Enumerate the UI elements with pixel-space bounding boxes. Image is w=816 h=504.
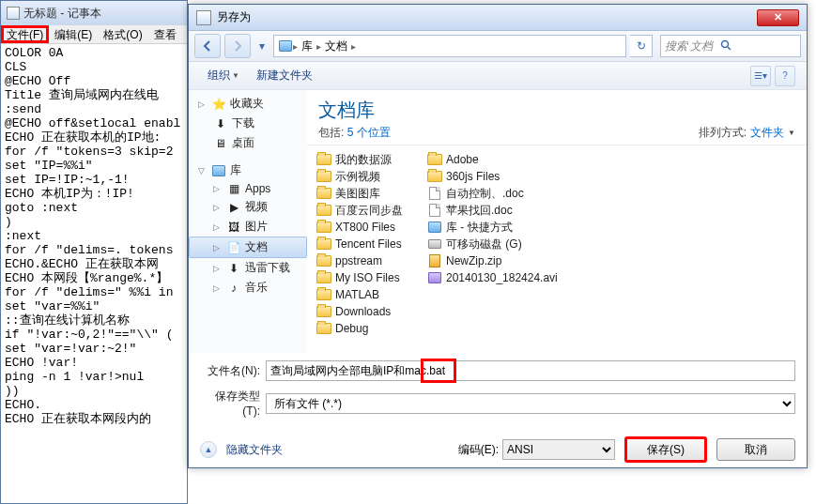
file-item[interactable]: Downloads [315, 303, 425, 320]
file-item[interactable]: 我的数据源 [315, 151, 425, 168]
tree-xunlei[interactable]: ▷⬇迅雷下载 [189, 258, 307, 278]
history-dropdown[interactable]: ▾ [254, 34, 269, 58]
file-icon [427, 153, 442, 166]
help-button[interactable]: ? [775, 66, 795, 86]
tree-music[interactable]: ▷♪音乐 [189, 278, 307, 298]
tree-pictures[interactable]: ▷🖼图片 [189, 217, 307, 237]
chevron-down-icon: ▼ [788, 129, 795, 137]
chevron-right-icon: ▸ [351, 41, 356, 52]
file-item[interactable]: Adobe [425, 151, 536, 168]
file-icon [427, 187, 442, 200]
menu-view[interactable]: 查看 [148, 25, 182, 43]
filetype-select[interactable]: 所有文件 (*.*) [266, 393, 795, 414]
file-item[interactable]: XT800 Files [315, 219, 425, 236]
folder-icon [316, 170, 331, 183]
filetype-label: 保存类型(T): [200, 389, 266, 418]
file-item[interactable]: Debug [315, 320, 425, 337]
folder-tree[interactable]: ▷⭐收藏夹 ⬇下载 🖥桌面 ▽库 ▷▦Apps ▷▶视频 ▷🖼图片 ▷📄文档 ▷… [189, 90, 307, 353]
download-icon: ⬇ [226, 262, 241, 275]
file-item[interactable]: 示例视频 [315, 168, 425, 185]
star-icon: ⭐ [211, 98, 226, 111]
video-icon: ▶ [226, 201, 241, 214]
folder-icon [316, 187, 331, 200]
file-item[interactable]: 苹果找回.doc [425, 202, 536, 219]
folder-icon [316, 254, 331, 267]
cancel-button[interactable]: 取消 [716, 438, 795, 461]
folder-icon [316, 237, 331, 251]
notepad-titlebar[interactable]: 无标题 - 记事本 [1, 1, 187, 25]
video-icon [427, 271, 442, 284]
expand-folders-button[interactable]: ▲ [200, 441, 217, 458]
view-mode-button[interactable]: ☰▾ [750, 66, 771, 86]
menu-file[interactable]: 文件(F) [1, 25, 49, 43]
folder-icon [316, 204, 331, 217]
library-subtitle: 包括: 5 个位置 [318, 125, 699, 141]
file-item[interactable]: 百度云同步盘 [315, 202, 425, 219]
file-item[interactable]: 可移动磁盘 (G) [425, 236, 536, 252]
tree-libraries[interactable]: ▽库 [189, 160, 307, 180]
download-icon: ⬇ [213, 117, 228, 130]
file-item[interactable]: My ISO Files [315, 269, 425, 286]
file-icon [427, 170, 442, 183]
main-header: 文档库 包括: 5 个位置 排列方式: 文件夹 ▼ [307, 90, 807, 145]
tree-favorites[interactable]: ▷⭐收藏夹 [189, 94, 307, 114]
picture-icon: 🖼 [226, 221, 241, 234]
organize-button[interactable]: 组织▼ [200, 65, 247, 86]
forward-button[interactable] [224, 34, 251, 58]
file-list[interactable]: 我的数据源示例视频美图图库百度云同步盘XT800 FilesTencent Fi… [307, 145, 807, 353]
file-item[interactable]: Tencent Files [315, 236, 425, 252]
library-icon [278, 39, 293, 53]
tree-documents[interactable]: ▷📄文档 [189, 237, 307, 258]
breadcrumb-lib[interactable]: 库 [298, 38, 316, 54]
file-icon [316, 305, 331, 318]
file-item[interactable]: MATLAB [315, 286, 425, 303]
dialog-title-text: 另存为 [217, 9, 251, 25]
search-input[interactable]: 搜索 文档 [660, 35, 801, 57]
dialog-titlebar[interactable]: 另存为 ✕ [189, 5, 807, 31]
breadcrumb-doc[interactable]: 文档 [321, 38, 351, 54]
nav-bar: ▾ ▸ 库 ▸ 文档 ▸ ↻ 搜索 文档 [189, 31, 807, 62]
file-icon [316, 322, 331, 335]
folder-icon [316, 288, 331, 301]
dialog-footer: ▲ 隐藏文件夹 编码(E): ANSI 保存(S) 取消 [189, 431, 807, 472]
tree-video[interactable]: ▷▶视频 [189, 197, 307, 217]
folder-icon [316, 153, 331, 166]
back-button[interactable] [194, 34, 221, 58]
file-item[interactable]: NewZip.zip [425, 252, 536, 269]
folder-icon [316, 271, 331, 284]
file-item[interactable]: ppstream [315, 252, 425, 269]
notepad-menubar: 文件(F) 编辑(E) 格式(O) 查看 [1, 25, 187, 44]
filename-input[interactable] [266, 360, 795, 381]
file-item[interactable]: 360js Files [425, 168, 536, 185]
breadcrumb-bar[interactable]: ▸ 库 ▸ 文档 ▸ [273, 35, 626, 57]
encoding-select[interactable]: ANSI [502, 439, 615, 460]
menu-edit[interactable]: 编辑(E) [49, 25, 98, 43]
tree-desktop[interactable]: 🖥桌面 [189, 133, 307, 153]
notepad-icon [7, 7, 20, 20]
svg-point-0 [722, 41, 729, 48]
dialog-icon [196, 10, 211, 25]
sort-value[interactable]: 文件夹 [750, 125, 784, 141]
close-button[interactable]: ✕ [757, 9, 799, 26]
file-item[interactable]: 库 - 快捷方式 [425, 219, 536, 236]
apps-icon: ▦ [226, 182, 241, 195]
svg-line-1 [728, 47, 731, 50]
desktop-icon: 🖥 [213, 137, 228, 150]
new-folder-button[interactable]: 新建文件夹 [249, 65, 320, 86]
hide-folders-link[interactable]: 隐藏文件夹 [226, 442, 283, 458]
locations-link[interactable]: 5 个位置 [347, 126, 391, 139]
library-title: 文档库 [318, 98, 699, 123]
tree-downloads[interactable]: ⬇下载 [189, 114, 307, 133]
refresh-button[interactable]: ↻ [630, 35, 653, 57]
filename-label: 文件名(N): [200, 363, 266, 379]
chevron-down-icon: ▼ [232, 71, 239, 80]
file-item[interactable]: 美图图库 [315, 185, 425, 202]
tree-apps[interactable]: ▷▦Apps [189, 180, 307, 197]
file-item[interactable]: 自动控制、.doc [425, 185, 536, 202]
save-button[interactable]: 保存(S) [624, 436, 707, 463]
notepad-text-area[interactable]: COLOR 0A CLS @ECHO Off Title 查询局域网内在线电 :… [1, 44, 187, 428]
sort-by[interactable]: 排列方式: 文件夹 ▼ [699, 125, 795, 141]
menu-format[interactable]: 格式(O) [98, 25, 147, 43]
search-placeholder: 搜索 文档 [665, 38, 713, 54]
file-item[interactable]: 20140130_182424.avi [425, 269, 613, 286]
